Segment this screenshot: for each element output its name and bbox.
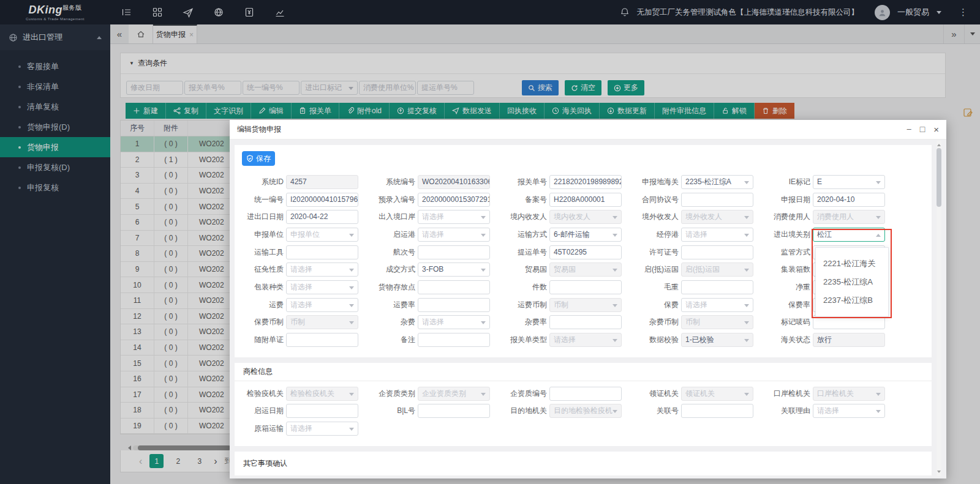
field-box[interactable] bbox=[286, 333, 358, 347]
field-box[interactable]: 45T02295 bbox=[549, 245, 622, 259]
minimize-icon[interactable] bbox=[907, 124, 911, 135]
field-label: 境内收发人 bbox=[505, 212, 549, 222]
field-box[interactable]: 2020-04-22 bbox=[286, 210, 358, 224]
form-field: 杂费 请选择 bbox=[374, 314, 505, 332]
field-box[interactable] bbox=[286, 245, 358, 259]
dropdown-option[interactable]: 2221-松江海关 bbox=[816, 255, 888, 273]
form-field: 出入境口岸 请选择 bbox=[374, 208, 505, 226]
field-label: 运费 bbox=[242, 300, 286, 310]
field-box[interactable]: 启(抵)运国 bbox=[681, 262, 753, 277]
field-box[interactable]: 2235-松江综A bbox=[681, 175, 753, 189]
field-box[interactable] bbox=[813, 315, 885, 329]
form-field: 启运港 请选择 bbox=[374, 226, 505, 244]
maximize-icon[interactable] bbox=[920, 124, 925, 135]
field-box[interactable]: 4257 bbox=[286, 175, 358, 189]
field-label: 提运单号 bbox=[505, 247, 549, 258]
field-box[interactable] bbox=[549, 280, 622, 294]
save-button[interactable]: 保存 bbox=[242, 151, 275, 166]
field-box[interactable]: 请选择 bbox=[286, 422, 358, 436]
field-box[interactable]: 请选择 bbox=[418, 210, 490, 224]
field-value: 20200000015307291 bbox=[422, 195, 490, 204]
form-field: 申报地海关 2235-松江综A bbox=[637, 173, 769, 191]
field-box[interactable]: H2208A000001 bbox=[549, 193, 622, 207]
field-box[interactable]: 请选择 bbox=[286, 298, 358, 312]
field-box[interactable] bbox=[418, 245, 490, 259]
field-label: 统一编号 bbox=[242, 195, 286, 205]
field-box[interactable]: 221820201989898923 bbox=[549, 175, 622, 189]
form-field: 消费使用人 消费使用人 bbox=[769, 208, 900, 226]
field-label: 航次号 bbox=[374, 247, 418, 258]
field-box[interactable]: 领证机关 bbox=[681, 387, 753, 401]
field-box[interactable]: 申报单位 bbox=[286, 228, 358, 242]
field-box[interactable]: 放行 bbox=[813, 333, 885, 347]
field-box[interactable] bbox=[418, 280, 490, 294]
field-box[interactable]: 目的地检验检疫机 bbox=[549, 404, 622, 418]
field-box[interactable]: E bbox=[813, 175, 885, 189]
field-box[interactable]: 请选择 bbox=[813, 404, 885, 418]
field-box[interactable]: 币制 bbox=[549, 298, 622, 312]
field-box[interactable]: 请选择 bbox=[418, 315, 490, 329]
field-box[interactable]: 2020-04-10 bbox=[813, 193, 885, 207]
field-box[interactable]: 币制 bbox=[681, 315, 753, 329]
field-box[interactable]: 币制 bbox=[286, 315, 358, 329]
form-field: 运输方式 6-邮件运输 bbox=[505, 226, 637, 244]
form-field: 数据校验 1-已校验 bbox=[637, 331, 769, 349]
close-icon[interactable] bbox=[933, 124, 939, 135]
field-box[interactable] bbox=[681, 245, 753, 259]
dropdown-option[interactable]: 2235-松江综A bbox=[816, 273, 888, 291]
modal-scrollbar[interactable] bbox=[937, 141, 941, 476]
form-field: 海关状态 放行 bbox=[769, 331, 900, 349]
field-box[interactable] bbox=[286, 404, 358, 418]
form-field: 贸易国 贸易国 bbox=[505, 261, 637, 278]
field-box[interactable]: 6-邮件运输 bbox=[549, 228, 622, 242]
modal-scrollbar-thumb[interactable] bbox=[937, 148, 941, 207]
field-box[interactable]: 请选择 bbox=[286, 280, 358, 294]
field-box[interactable]: 境内收发人 bbox=[549, 210, 622, 224]
field-label: 标记唛码 bbox=[769, 317, 813, 327]
field-box[interactable]: 口岸检机关 bbox=[813, 387, 885, 401]
form-field: 备案号 H2208A000001 bbox=[505, 191, 637, 209]
dropdown-option[interactable]: 2237-松江综B bbox=[816, 291, 888, 310]
field-box[interactable] bbox=[549, 315, 622, 329]
field-box[interactable]: WO20200410163306 bbox=[418, 175, 490, 189]
field-box[interactable]: I20200000410157961 bbox=[286, 193, 358, 207]
field-box[interactable]: 境外收发人 bbox=[681, 210, 753, 224]
field-box[interactable] bbox=[418, 333, 490, 347]
field-value: 放行 bbox=[817, 335, 832, 344]
field-box[interactable] bbox=[418, 404, 490, 418]
field-value: 币制 bbox=[290, 318, 305, 326]
field-value: 请选择 bbox=[290, 265, 312, 274]
field-value: 币制 bbox=[554, 300, 568, 309]
field-value: 2235-松江综A bbox=[685, 177, 731, 186]
customs-district-combobox[interactable]: 松江 bbox=[813, 228, 885, 242]
field-box[interactable]: 请选择 bbox=[681, 298, 753, 312]
field-box[interactable]: 请选择 bbox=[681, 228, 753, 242]
field-box[interactable]: 检验检疫机关 bbox=[286, 387, 358, 401]
field-label: 口岸检机关 bbox=[769, 389, 813, 399]
field-value: 企业资质类别 bbox=[422, 389, 466, 398]
field-box[interactable]: 3-FOB bbox=[418, 262, 490, 277]
field-label: 经停港 bbox=[637, 229, 681, 240]
field-box[interactable]: 消费使用人 bbox=[813, 210, 885, 224]
field-value: 境外收发人 bbox=[685, 212, 722, 221]
field-box[interactable]: 企业资质类别 bbox=[418, 387, 490, 401]
field-label: 系统ID bbox=[242, 177, 286, 187]
field-box[interactable]: 请选择 bbox=[418, 228, 490, 242]
field-box[interactable]: 请选择 bbox=[549, 333, 622, 347]
field-label: 企资质编号 bbox=[505, 389, 549, 399]
field-box[interactable]: 贸易国 bbox=[549, 262, 622, 277]
customs-district-dropdown: 2221-松江海关2235-松江综A2237-松江综B bbox=[815, 247, 889, 317]
field-label: 境外收发人 bbox=[637, 212, 681, 222]
field-box[interactable]: 20200000015307291 bbox=[418, 193, 490, 207]
form-field: 杂费币制 币制 bbox=[637, 314, 769, 332]
field-value: I20200000410157961 bbox=[290, 195, 358, 204]
field-box[interactable] bbox=[681, 404, 753, 418]
field-box[interactable]: 请选择 bbox=[286, 262, 358, 277]
field-label: 消费使用人 bbox=[769, 212, 813, 222]
field-box[interactable] bbox=[681, 280, 753, 294]
field-box[interactable] bbox=[418, 298, 490, 312]
form-field: 提运单号 45T02295 bbox=[505, 244, 637, 261]
field-box[interactable] bbox=[549, 387, 622, 401]
field-box[interactable] bbox=[681, 193, 753, 207]
field-box[interactable]: 1-已校验 bbox=[681, 333, 753, 347]
